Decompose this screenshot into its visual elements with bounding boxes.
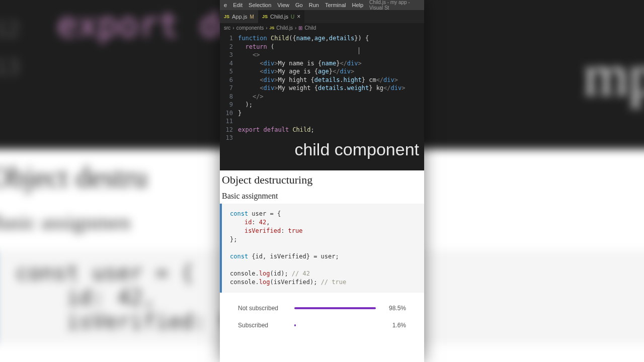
breadcrumb[interactable]: src›components›JSChild.js›⊞Child	[220, 23, 424, 32]
stat-row: Subscribed1.6%	[238, 322, 406, 329]
crumb-file[interactable]: Child.js	[276, 25, 293, 31]
tab-child-js[interactable]: JSChild.jsU×	[258, 10, 304, 23]
doc-heading: Object destructuring	[220, 170, 424, 188]
stats-panel: Not subscribed98.5%Subscribed1.6%	[220, 293, 424, 344]
documentation-panel: Object destructuring Basic assignment co…	[220, 170, 424, 362]
menu-item-terminal[interactable]: Terminal	[325, 2, 346, 8]
code-area[interactable]: function Child({name,age,details}) { ret…	[238, 32, 405, 143]
js-icon: JS	[262, 14, 268, 19]
js-icon: JS	[270, 26, 275, 30]
menu-item-run[interactable]: Run	[309, 2, 319, 8]
doc-code-block: const user = { id: 42, isVerified: true …	[220, 204, 424, 293]
menu-item-go[interactable]: Go	[295, 2, 303, 8]
doc-subheading: Basic assignment	[220, 188, 424, 204]
stat-bar	[294, 324, 376, 326]
crumb-symbol[interactable]: Child	[304, 25, 316, 31]
close-icon[interactable]: ×	[297, 13, 300, 20]
stat-label: Subscribed	[238, 322, 286, 329]
stat-pct: 1.6%	[384, 322, 406, 329]
menu-item-help[interactable]: Help	[352, 2, 363, 8]
stat-pct: 98.5%	[384, 305, 406, 312]
stat-bar	[294, 307, 376, 309]
menu-item-selection[interactable]: Selection	[249, 2, 271, 8]
menu-item-view[interactable]: View	[277, 2, 289, 8]
menu-item-edit[interactable]: Edit	[233, 2, 243, 8]
window-title: Child.js - my app - Visual St	[369, 0, 420, 11]
tab-label: Child.js	[270, 14, 288, 20]
menu-item-e[interactable]: e	[224, 2, 227, 8]
code-editor[interactable]: 12345678910111213 function Child({name,a…	[220, 32, 424, 143]
symbol-icon: ⊞	[298, 25, 302, 31]
tab-badge: U	[291, 14, 294, 20]
menu-bar: eEditSelectionViewGoRunTerminalHelpChild…	[220, 0, 424, 10]
foreground-panel: eEditSelectionViewGoRunTerminalHelpChild…	[220, 0, 424, 362]
tab-bar: JSApp.jsMJSChild.jsU×	[220, 10, 424, 23]
stat-label: Not subscribed	[238, 305, 286, 312]
crumb-part[interactable]: src	[224, 25, 230, 31]
overlay-caption: child component	[220, 140, 424, 159]
js-icon: JS	[224, 14, 229, 19]
tab-app-js[interactable]: JSApp.jsM	[220, 10, 258, 23]
tab-label: App.js	[232, 14, 248, 20]
crumb-part[interactable]: components	[236, 25, 264, 31]
tab-badge: M	[250, 14, 254, 20]
stat-row: Not subscribed98.5%	[238, 305, 406, 312]
cursor	[359, 47, 359, 54]
gutter: 12345678910111213	[220, 32, 238, 143]
